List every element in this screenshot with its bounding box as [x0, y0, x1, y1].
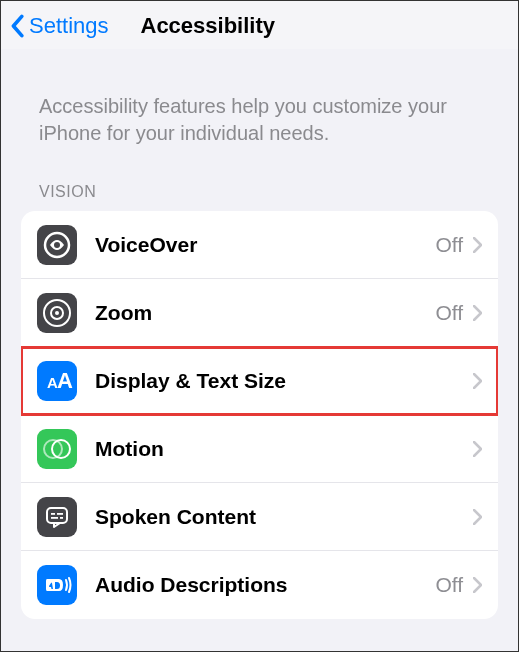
- chevron-right-icon: [473, 441, 482, 457]
- svg-point-4: [55, 311, 59, 315]
- row-value: Off: [435, 573, 463, 597]
- nav-bar: Settings Accessibility: [1, 1, 518, 49]
- row-value: Off: [435, 301, 463, 325]
- chevron-left-icon: [9, 14, 25, 38]
- svg-text:A: A: [57, 368, 73, 393]
- svg-rect-10: [51, 513, 55, 515]
- spoken-content-icon: [37, 497, 77, 537]
- chevron-right-icon: [473, 577, 482, 593]
- chevron-right-icon: [473, 373, 482, 389]
- page-title: Accessibility: [141, 13, 276, 39]
- back-button[interactable]: Settings: [9, 13, 109, 39]
- chevron-right-icon: [473, 237, 482, 253]
- row-label: VoiceOver: [95, 233, 435, 257]
- motion-icon: [37, 429, 77, 469]
- vision-list: VoiceOver Off Zoom Off A A Display & Tex…: [21, 211, 498, 619]
- svg-rect-12: [51, 517, 58, 519]
- row-label: Display & Text Size: [95, 369, 463, 393]
- svg-rect-11: [57, 513, 63, 515]
- row-value: Off: [435, 233, 463, 257]
- row-label: Motion: [95, 437, 463, 461]
- back-label: Settings: [29, 13, 109, 39]
- row-spoken-content[interactable]: Spoken Content: [21, 483, 498, 551]
- row-label: Spoken Content: [95, 505, 463, 529]
- section-header-vision: VISION: [1, 163, 518, 209]
- intro-text: Accessibility features help you customiz…: [1, 49, 518, 163]
- chevron-right-icon: [473, 509, 482, 525]
- svg-point-1: [54, 242, 60, 248]
- row-voiceover[interactable]: VoiceOver Off: [21, 211, 498, 279]
- row-motion[interactable]: Motion: [21, 415, 498, 483]
- row-display-text-size[interactable]: A A Display & Text Size: [21, 347, 498, 415]
- voiceover-icon: [37, 225, 77, 265]
- row-label: Audio Descriptions: [95, 573, 435, 597]
- row-zoom[interactable]: Zoom Off: [21, 279, 498, 347]
- audio-descriptions-icon: [37, 565, 77, 605]
- chevron-right-icon: [473, 305, 482, 321]
- svg-rect-13: [60, 517, 63, 519]
- row-audio-descriptions[interactable]: Audio Descriptions Off: [21, 551, 498, 619]
- text-size-icon: A A: [37, 361, 77, 401]
- svg-rect-9: [47, 508, 67, 523]
- zoom-icon: [37, 293, 77, 333]
- row-label: Zoom: [95, 301, 435, 325]
